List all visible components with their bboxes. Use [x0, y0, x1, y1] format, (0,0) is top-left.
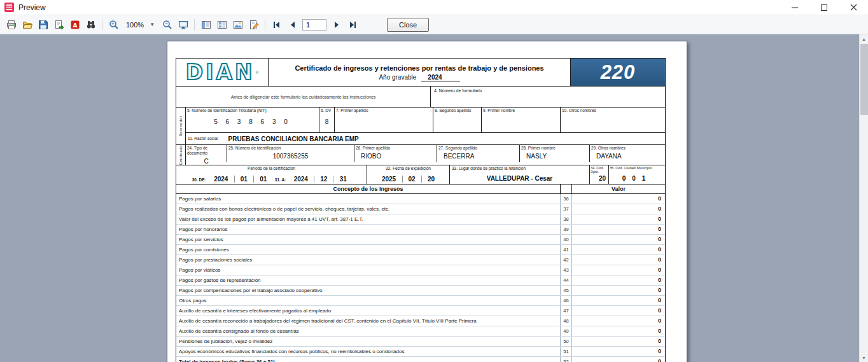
- row-value: 0: [572, 316, 665, 326]
- pdf-icon[interactable]: A: [67, 17, 82, 32]
- row-value: 0: [572, 235, 665, 244]
- form-220: DIAN® Certificado de ingresos y retencio…: [176, 58, 666, 362]
- dian-logo-text: DIAN: [186, 61, 255, 84]
- primer-nombre-value: NASLY: [521, 153, 588, 160]
- outline-icon[interactable]: [199, 17, 213, 32]
- box-number: 44: [561, 275, 572, 285]
- close-window-icon[interactable]: [839, 0, 868, 15]
- box-number: 45: [561, 286, 572, 295]
- save-icon[interactable]: [36, 17, 50, 32]
- box-number: 52: [561, 357, 572, 362]
- document-page: DIAN® Certificado de ingresos y retencio…: [167, 41, 687, 362]
- de-day: 01: [254, 176, 273, 183]
- row-value: 0: [572, 326, 665, 336]
- box-number: 48: [561, 316, 572, 326]
- first-page-icon[interactable]: [269, 17, 284, 32]
- find-icon[interactable]: [83, 17, 98, 32]
- concept-row: Otros pagos460: [176, 296, 665, 306]
- scroll-down-icon[interactable]: ▼: [860, 353, 868, 362]
- last-page-icon[interactable]: [345, 17, 360, 32]
- maximize-icon[interactable]: [809, 0, 839, 15]
- zoom-level-dropdown[interactable]: 100%▼: [123, 20, 158, 30]
- page-number-input[interactable]: [302, 19, 326, 31]
- fullscreen-icon[interactable]: [176, 17, 190, 32]
- export-icon[interactable]: [52, 17, 66, 32]
- concepts-table-header: Concepto de los Ingresos Valor: [176, 184, 665, 194]
- next-page-icon[interactable]: [329, 17, 344, 32]
- box-number: 42: [561, 255, 572, 265]
- form-row-instructions: Antes de diligenciar este formulario lea…: [176, 87, 665, 108]
- dian-logo: DIAN®: [176, 59, 269, 86]
- minimize-icon[interactable]: [780, 0, 809, 15]
- box-number: 40: [561, 235, 572, 244]
- print-icon[interactable]: [4, 17, 18, 32]
- box-number: 37: [561, 204, 572, 214]
- empleado-row: 24. Tipo de documentoC 25. Número de ide…: [186, 145, 665, 162]
- field-34-cod-dpto: 34. Cód. Dpto. 20: [590, 165, 609, 184]
- toolbar-separator: [102, 19, 102, 31]
- field-25-numero-identificacion: 25. Número de identificación1007365255: [227, 145, 354, 162]
- field-35-cod-ciudad: 35. Cód. Ciudad/ Municipio 001: [609, 165, 665, 184]
- form-code: 220: [601, 61, 636, 84]
- thumbnails-icon[interactable]: [214, 17, 229, 32]
- box-number: 50: [561, 337, 572, 346]
- concept-row: Pagos por viáticos430: [176, 265, 665, 275]
- year-value: 2024: [421, 74, 459, 81]
- concept-row: Pagos por gastos de representación440: [176, 275, 665, 286]
- expedicion-day: 20: [422, 176, 441, 183]
- row-value: 0: [572, 275, 665, 285]
- vertical-scrollbar[interactable]: ▲ ▼: [859, 34, 868, 362]
- registered-mark: ®: [256, 71, 258, 74]
- toolbar-separator: [265, 19, 265, 31]
- row-value: 0: [572, 214, 665, 224]
- field-24-tipo-documento: 24. Tipo de documentoC: [186, 145, 227, 162]
- app-icon[interactable]: [4, 3, 14, 12]
- instructions-text: Antes de diligenciar este formulario lea…: [176, 87, 431, 107]
- zoom-in-icon[interactable]: [106, 17, 121, 32]
- box-number: 36: [561, 194, 572, 204]
- form-title: Certificado de ingresos y retenciones po…: [295, 64, 543, 72]
- field-27-segundo-apellido: 27. Segundo apellidoBECERRA: [437, 145, 520, 162]
- expedicion-month: 02: [403, 176, 422, 183]
- field-11-razon-social: 11. Razón social PRUEBAS CONCILIACION BA…: [186, 133, 665, 144]
- concept-row: Pagos por comisiones410: [176, 245, 665, 255]
- form-code-badge: 220: [571, 59, 665, 86]
- field-28-primer-nombre: 28. Primer nombreNASLY: [520, 145, 590, 162]
- toolbar-separator: [194, 19, 195, 31]
- row-value: 0: [572, 286, 665, 295]
- cod-ciudad-value: 001: [609, 175, 665, 182]
- dv-value: 8: [321, 118, 333, 125]
- open-icon[interactable]: [20, 17, 34, 32]
- prev-page-icon[interactable]: [285, 17, 300, 32]
- scroll-up-icon[interactable]: ▲: [860, 34, 868, 43]
- field-29-otros-nombres: 29. Otros nombresDAYANA: [590, 145, 665, 162]
- a-month: 12: [314, 176, 333, 183]
- zoom-out-icon[interactable]: [160, 17, 174, 32]
- a-year: 2024: [288, 176, 314, 183]
- numero-identificacion-value: 1007365255: [228, 153, 353, 160]
- edit-page-icon[interactable]: [246, 17, 261, 32]
- page-settings-icon[interactable]: [230, 17, 245, 32]
- concept-row-total: Total de ingresos brutos (Sume 36 a 51)5…: [176, 357, 665, 362]
- field-33-lugar-retencion: 33. Lugar donde se practicó la retención…: [450, 165, 590, 184]
- a-day: 31: [333, 176, 353, 183]
- razon-social-value: PRUEBAS CONCILIACION BANCARIA EMP: [228, 136, 359, 143]
- concepts-header-label: Concepto de los Ingresos: [176, 184, 561, 193]
- preview-area: DIAN® Certificado de ingresos y retencio…: [0, 34, 868, 362]
- row-value: 0: [572, 306, 665, 316]
- box-number: 43: [561, 265, 572, 275]
- form-year-line: Año gravable2024: [379, 74, 459, 81]
- concept-row: Valor del exceso de los pagos por alimen…: [176, 214, 665, 225]
- box-number: 41: [561, 245, 572, 254]
- box-number: 51: [561, 347, 572, 356]
- close-button[interactable]: Close: [387, 18, 429, 32]
- a-label: 31. A:: [273, 178, 288, 183]
- field-9-primer-nombre: 9. Primer nombre: [482, 108, 561, 132]
- field-dv: 6. DV 8: [319, 108, 335, 132]
- concept-row: Pagos por prestaciones sociales420: [176, 255, 665, 265]
- preview-window: Preview A 100%▼ Close: [0, 0, 868, 362]
- concept-row: Pagos por servicios400: [176, 235, 665, 245]
- scrollbar-thumb[interactable]: [860, 44, 868, 115]
- segundo-apellido-value: BECERRA: [438, 153, 518, 160]
- field-26-primer-apellido: 26. Primer apellidoRIOBO: [354, 145, 437, 162]
